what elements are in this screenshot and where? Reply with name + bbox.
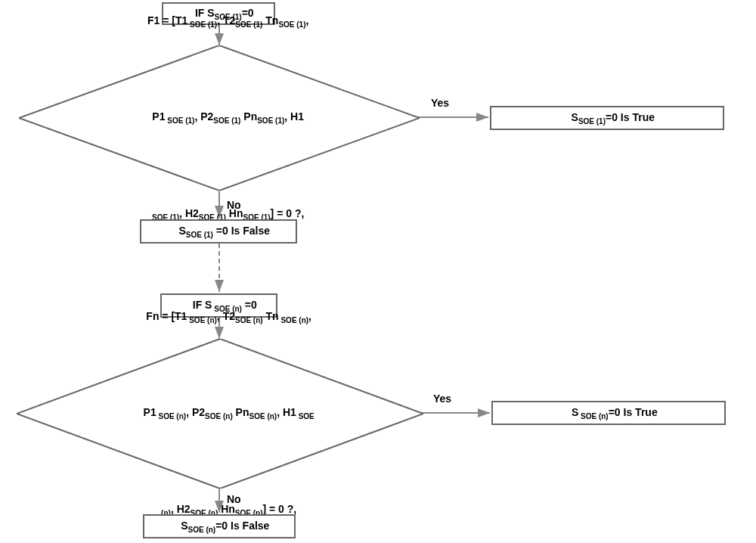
node-s-soe-n-false: SSOE (n)=0 Is False xyxy=(143,514,296,538)
decision-fn: Fn = [T1 SOE (n), T2SOE (n) Tn SOE (n), … xyxy=(17,339,423,489)
edge-label-yes-2: Yes xyxy=(433,393,451,405)
decision-fn-text: Fn = [T1 SOE (n), T2SOE (n) Tn SOE (n), … xyxy=(125,250,314,543)
decision-f1: F1 = [T1 SOE (1), T2SOE (1) TnSOE (1), P… xyxy=(19,45,420,191)
node-s-soe-n-true: S SOE (n)=0 Is True xyxy=(491,401,726,425)
node-s-soe-1-true: SSOE (1)=0 Is True xyxy=(490,106,724,130)
edge-label-yes-1: Yes xyxy=(431,97,449,109)
node-s-soe-1-false: SSOE (1) =0 Is False xyxy=(140,219,297,244)
